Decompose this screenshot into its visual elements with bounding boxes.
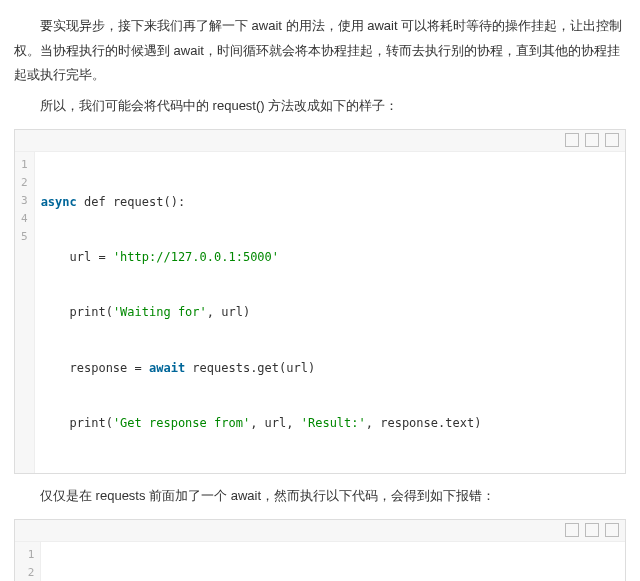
code-block-2: 123456789101112 Waiting for http://127.0… bbox=[14, 519, 626, 581]
line-numbers: 123456789101112 bbox=[15, 542, 41, 581]
paragraph-lead2: 仅仅是在 requests 前面加了一个 await，然而执行以下代码，会得到如… bbox=[14, 484, 626, 509]
expand-icon[interactable] bbox=[605, 133, 619, 147]
code-toolbar bbox=[15, 520, 625, 542]
code-block-1: 12345 async def request(): url = 'http:/… bbox=[14, 129, 626, 474]
code-content: Waiting for http://127.0.0.1:5000 Waitin… bbox=[41, 542, 625, 581]
code-toolbar bbox=[15, 130, 625, 152]
view-source-icon[interactable] bbox=[565, 133, 579, 147]
copy-icon[interactable] bbox=[585, 523, 599, 537]
expand-icon[interactable] bbox=[605, 523, 619, 537]
paragraph-lead1: 所以，我们可能会将代码中的 request() 方法改成如下的样子： bbox=[14, 94, 626, 119]
code-content: async def request(): url = 'http://127.0… bbox=[35, 152, 488, 473]
view-source-icon[interactable] bbox=[565, 523, 579, 537]
paragraph-intro: 要实现异步，接下来我们再了解一下 await 的用法，使用 await 可以将耗… bbox=[14, 14, 626, 88]
line-numbers: 12345 bbox=[15, 152, 35, 473]
copy-icon[interactable] bbox=[585, 133, 599, 147]
